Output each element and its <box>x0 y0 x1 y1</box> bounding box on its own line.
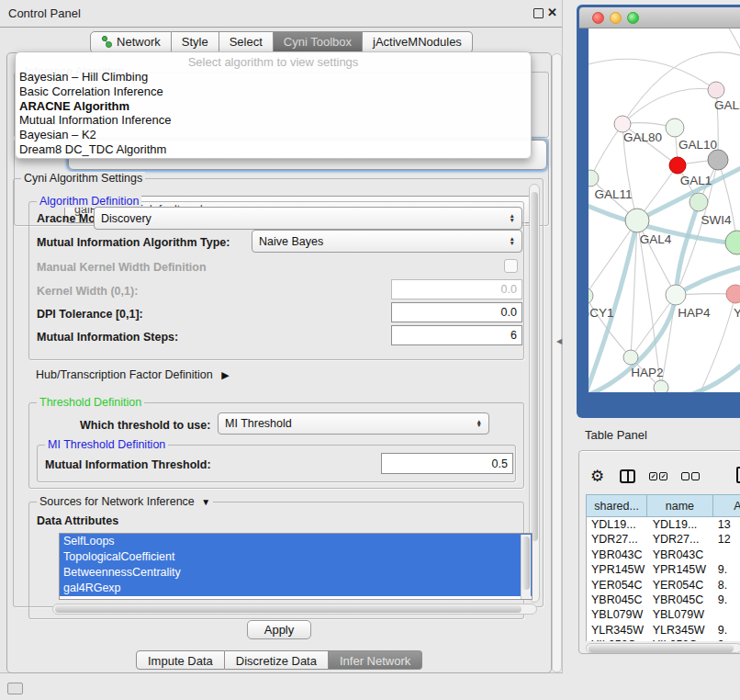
table-row[interactable]: YER054CYER054C8. <box>587 578 740 593</box>
gear-icon[interactable]: ⚙ <box>590 467 604 486</box>
algorithm-option[interactable]: ARACNE Algorithm <box>16 99 531 114</box>
apply-button[interactable]: Apply <box>247 620 311 639</box>
tab-jactivemnodules[interactable]: jActiveMNodules <box>363 31 473 53</box>
network-node-label: GAL80 <box>623 130 662 144</box>
table-row[interactable]: YBR043CYBR043C <box>587 548 740 562</box>
network-node[interactable] <box>690 193 708 211</box>
table-cell: YBR043C <box>648 548 713 562</box>
columns-icon[interactable] <box>620 469 635 483</box>
network-node[interactable] <box>666 119 684 137</box>
mi-algorithm-type-combo[interactable]: Naive Bayes ▲▼ <box>252 230 522 253</box>
mode-tab-impute-data[interactable]: Impute Data <box>136 650 225 670</box>
network-edge[interactable] <box>622 89 716 124</box>
hub-definition-toggle[interactable]: Hub/Transcription Factor Definition ▶ <box>36 368 230 381</box>
which-threshold-combo[interactable]: MI Threshold ▲▼ <box>218 412 489 435</box>
stepper-arrows-icon: ▲▼ <box>471 420 482 428</box>
aracne-mode-combo[interactable]: Discovery ▲▼ <box>94 207 522 230</box>
network-node[interactable] <box>589 288 593 304</box>
table-panel-title: Table Panel <box>585 428 647 442</box>
network-node[interactable] <box>708 82 724 98</box>
tab-cyni-toolbox[interactable]: Cyni Toolbox <box>274 31 363 53</box>
network-node[interactable] <box>625 209 649 232</box>
table-cell: YBR043C <box>587 548 648 562</box>
network-node[interactable] <box>623 350 638 365</box>
mode-tab-infer-network[interactable]: Infer Network <box>329 650 422 670</box>
data-attribute-item[interactable]: gal4RGexp <box>60 581 532 596</box>
table-row[interactable]: YBR045CYBR045C9. <box>587 593 740 607</box>
network-node[interactable] <box>726 285 740 303</box>
mode-tab-discretize-data[interactable]: Discretize Data <box>225 650 329 670</box>
data-attribute-item[interactable]: SelfLoops <box>60 534 532 549</box>
deselect-all-columns-icon[interactable] <box>681 472 700 480</box>
network-canvas[interactable]: GAL2GAL80GAL10GAL1GAL11SWI4GAL4GCY1HAP4Y… <box>589 28 740 392</box>
kernel-width-field[interactable]: 0.0 <box>391 279 522 299</box>
manual-kernel-width-checkbox[interactable] <box>504 259 518 273</box>
algorithm-option[interactable]: Bayesian – Hill Climbing <box>16 70 531 85</box>
stepper-arrows-icon: ▲▼ <box>504 237 515 245</box>
column-header-1[interactable]: shared... <box>586 494 647 517</box>
list-scrollbar-thumb[interactable] <box>522 536 530 590</box>
minimize-traffic-light-icon[interactable] <box>610 12 622 24</box>
select-all-columns-icon[interactable]: ✓✓ <box>649 472 667 480</box>
table-cell: YLR345W <box>587 623 648 638</box>
algorithm-option[interactable]: Mutual Information Inference <box>16 113 531 128</box>
zoom-traffic-light-icon[interactable] <box>627 12 639 24</box>
algorithm-option[interactable]: Basic Correlation Inference <box>16 85 531 99</box>
table-row[interactable]: YPR145WYPR145W9. <box>587 562 740 577</box>
list-scrollbar[interactable] <box>521 535 531 599</box>
data-attributes-list[interactable]: SelfLoopsTopologicalCoefficientBetweenne… <box>59 533 533 600</box>
table-row[interactable]: YDR27...YDR27...12 <box>587 532 740 547</box>
network-edge-thick[interactable] <box>680 359 740 392</box>
tab-style[interactable]: Style <box>172 31 219 53</box>
close-icon[interactable]: ✕ <box>547 6 557 19</box>
table-cell: 9. <box>713 623 740 638</box>
table-row[interactable]: YLR345WYLR345W9. <box>587 623 740 638</box>
kernel-width-value: 0.0 <box>501 283 517 296</box>
table-row[interactable]: YBL079WYBL079W <box>587 607 740 622</box>
column-header-3[interactable]: A <box>713 494 740 517</box>
table-cell: 13 <box>713 517 740 532</box>
network-node-label: Y <box>734 306 740 320</box>
algorithm-option[interactable]: Bayesian – K2 <box>16 128 531 142</box>
export-table-icon[interactable] <box>736 467 740 483</box>
tab-network[interactable]: Network <box>90 31 172 53</box>
network-node[interactable] <box>666 285 686 305</box>
float-window-icon[interactable] <box>533 8 544 18</box>
data-attribute-item[interactable]: BetweennessCentrality <box>60 565 532 581</box>
mi-steps-field[interactable]: 6 <box>391 325 522 345</box>
mi-threshold-value: 0.5 <box>492 457 508 470</box>
apply-button-label: Apply <box>264 623 295 637</box>
mi-threshold-field[interactable]: 0.5 <box>381 453 513 474</box>
table-cell: YER054C <box>648 578 713 593</box>
tab-select[interactable]: Select <box>219 31 274 53</box>
network-node[interactable] <box>654 380 668 392</box>
sources-hscrollbar-thumb[interactable] <box>55 605 521 613</box>
column-header-2[interactable]: name <box>647 494 713 517</box>
network-edge[interactable] <box>726 28 740 54</box>
table-row[interactable]: YDL19...YDL19...13 <box>587 517 740 532</box>
close-traffic-light-icon[interactable] <box>592 12 604 24</box>
network-node[interactable] <box>669 157 686 174</box>
network-view-window[interactable]: GAL2GAL80GAL10GAL1GAL11SWI4GAL4GCY1HAP4Y… <box>577 5 740 418</box>
sources-group-title[interactable]: Sources for Network Inference ▼ <box>37 495 213 508</box>
algorithm-option[interactable]: Dream8 DC_TDC Algorithm <box>16 142 531 157</box>
dpi-tolerance-field[interactable]: 0.0 <box>391 302 522 322</box>
sources-hscrollbar[interactable] <box>52 604 537 615</box>
table-cell: YBL079W <box>587 607 648 622</box>
network-node[interactable] <box>725 231 740 254</box>
algorithm-definition-group: Algorithm Definition Aracne Mode: Discov… <box>28 201 524 360</box>
table-row[interactable]: YIL052CYIL052C9 <box>587 638 740 641</box>
manual-kernel-width-label: Manual Kernel Width Definition <box>37 261 207 274</box>
network-edge[interactable] <box>590 124 622 178</box>
network-window-titlebar[interactable] <box>579 7 740 28</box>
network-node[interactable] <box>708 150 728 170</box>
settings-scrollbar-thumb[interactable] <box>531 192 538 541</box>
collapsed-panel-icon[interactable] <box>7 683 23 694</box>
table-hscrollbar-thumb[interactable] <box>589 645 734 652</box>
algorithm-dropdown-list: Bayesian – Hill ClimbingBasic Correlatio… <box>16 70 531 157</box>
splitter-collapse-icon[interactable]: ◀ <box>556 337 562 345</box>
table-hscrollbar[interactable] <box>586 643 740 653</box>
table-cell: 9 <box>713 638 740 641</box>
data-attribute-item[interactable]: TopologicalCoefficient <box>60 549 532 565</box>
control-panel-scrollbar[interactable] <box>552 53 562 672</box>
